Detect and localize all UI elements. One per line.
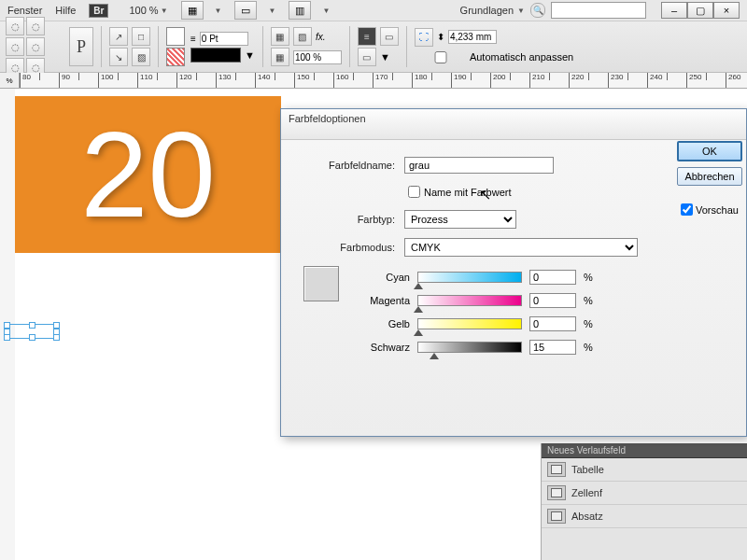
search-icon: 🔍: [530, 3, 545, 18]
headline-text: 20: [80, 105, 216, 245]
tool-icon[interactable]: ▦: [271, 48, 289, 66]
opacity-input[interactable]: [293, 50, 342, 64]
stroke-style[interactable]: [190, 48, 241, 63]
character-panel-button[interactable]: P: [69, 27, 93, 66]
percent-label: %: [584, 295, 593, 306]
orange-frame[interactable]: 20: [15, 96, 281, 253]
menu-fenster[interactable]: Fenster: [7, 5, 42, 16]
view-options-button[interactable]: ▦: [181, 1, 204, 20]
percent-label: %: [584, 318, 593, 329]
menu-bar: Fenster Hilfe Br 100 % ▼ ▦▼ ▭▼ ▥▼ Grundl…: [0, 0, 747, 21]
control-panel: ◌ ◌ ◌ ◌ ◌ ◌ P ↗□ ↘▨ ≡ ▼ ▦▧fx. ▦ ≡▭ ▭▼ ⛶⬍…: [0, 21, 747, 73]
tool-icon[interactable]: ▨: [132, 48, 150, 66]
zoom-control[interactable]: 100 % ▼: [129, 5, 167, 16]
color-slider[interactable]: [417, 295, 522, 306]
color-type-label: Farbtyp:: [294, 214, 404, 225]
tool-icon[interactable]: □: [132, 27, 150, 46]
panel-icon: [547, 485, 566, 500]
tool-icon[interactable]: ↗: [109, 27, 128, 46]
frame-fitting-icon[interactable]: ⛶: [415, 28, 433, 47]
color-mode-select[interactable]: CMYK: [404, 238, 638, 257]
chevron-down-icon: ▼: [161, 7, 168, 15]
color-slider[interactable]: [417, 318, 522, 329]
slider-label: Cyan: [358, 272, 410, 283]
panel-header[interactable]: Neues Verlaufsfeld: [542, 443, 747, 458]
menu-hilfe[interactable]: Hilfe: [55, 5, 76, 16]
slider-value-input[interactable]: [529, 293, 576, 308]
tool-icon[interactable]: ▧: [293, 27, 312, 46]
slider-value-input[interactable]: [529, 316, 576, 331]
preview-label: Vorschau: [696, 204, 739, 216]
arrange-button[interactable]: ▥: [289, 1, 311, 20]
percent-label: %: [584, 342, 593, 353]
horizontal-ruler: % 80901001101201301401501601701801902002…: [0, 73, 747, 89]
autofit-checkbox[interactable]: [418, 51, 463, 63]
close-button[interactable]: ×: [713, 2, 740, 19]
preview-checkbox[interactable]: [681, 203, 693, 216]
percent-label: %: [584, 272, 593, 283]
slider-value-input[interactable]: [529, 270, 576, 285]
fill-swatch[interactable]: [166, 27, 185, 46]
tool-icon[interactable]: ◌: [6, 17, 24, 35]
color-type-select[interactable]: Prozess: [404, 210, 516, 229]
stroke-weight-input[interactable]: [200, 32, 248, 46]
panel-icon: [547, 462, 566, 477]
panels-dock: Neues Verlaufsfeld TabelleZellenfAbsatz: [541, 443, 747, 560]
swatch-name-input[interactable]: [404, 157, 554, 174]
ruler-origin[interactable]: %: [0, 73, 20, 88]
swatch-options-dialog: Farbfeldoptionen Farbfeldname: Name mit …: [280, 108, 747, 437]
ok-button[interactable]: OK: [677, 141, 742, 161]
minimize-button[interactable]: –: [661, 2, 687, 19]
panel-item[interactable]: Tabelle: [542, 458, 747, 482]
tool-icon[interactable]: ◌: [26, 37, 45, 56]
zoom-value: 100 %: [129, 5, 158, 16]
tool-icon[interactable]: ▭: [358, 48, 376, 66]
search-input[interactable]: [551, 2, 646, 19]
color-preview-swatch: [303, 266, 339, 301]
slider-label: Magenta: [358, 295, 410, 306]
stroke-swatch[interactable]: [166, 48, 185, 66]
panel-icon: [547, 509, 566, 524]
maximize-button[interactable]: ▢: [687, 2, 713, 19]
color-mode-label: Farbmodus:: [294, 242, 404, 253]
color-slider[interactable]: [417, 342, 522, 353]
tool-icon[interactable]: ▭: [380, 27, 399, 46]
tool-icon[interactable]: ◌: [6, 37, 24, 56]
size-input[interactable]: [448, 30, 497, 44]
swatch-name-label: Farbfeldname:: [294, 160, 404, 171]
tool-icon[interactable]: ↘: [109, 48, 128, 66]
text-wrap-icon[interactable]: ≡: [358, 27, 376, 46]
color-slider[interactable]: [417, 272, 522, 283]
tool-group-1: ◌ ◌ ◌ ◌ ◌ ◌: [6, 17, 63, 77]
screen-mode-button[interactable]: ▭: [234, 1, 257, 20]
slider-label: Schwarz: [358, 342, 410, 353]
slider-value-input[interactable]: [529, 340, 576, 355]
autofit-label: Automatisch anpassen: [470, 51, 573, 63]
panel-item[interactable]: Zellenf: [542, 482, 747, 505]
tool-icon[interactable]: ◌: [26, 17, 45, 35]
tool-icon[interactable]: ▦: [271, 27, 289, 46]
name-with-color-checkbox[interactable]: [408, 186, 420, 198]
name-with-color-label: Name mit Farbwert: [424, 187, 512, 198]
panel-item[interactable]: Absatz: [542, 505, 747, 528]
chevron-down-icon: ▼: [517, 7, 525, 15]
workspace-switcher[interactable]: Grundlagen: [460, 5, 514, 16]
cancel-button[interactable]: Abbrechen: [677, 167, 742, 186]
selected-frame[interactable]: [6, 324, 58, 339]
slider-label: Gelb: [358, 318, 410, 329]
bridge-button[interactable]: Br: [89, 4, 108, 18]
